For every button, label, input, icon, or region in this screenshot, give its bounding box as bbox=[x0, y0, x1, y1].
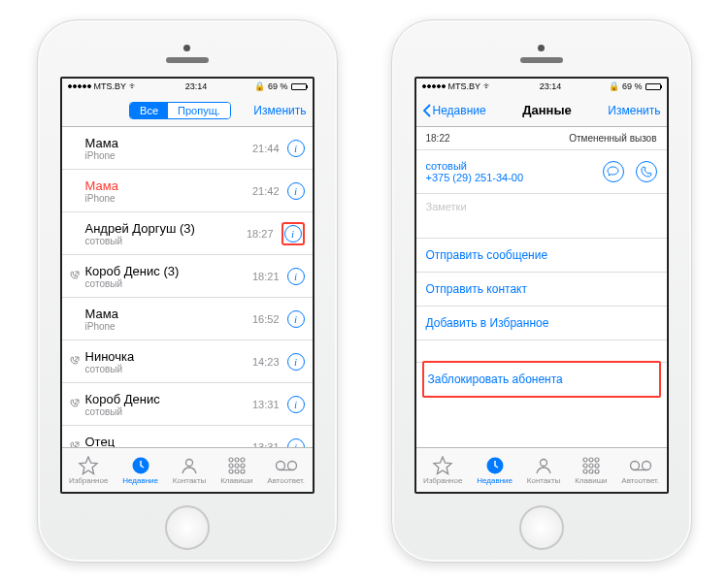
message-icon[interactable] bbox=[603, 161, 624, 182]
caller-subline: сотовый bbox=[85, 278, 252, 289]
tab-favorites[interactable]: Избранное bbox=[69, 456, 109, 485]
fav-icon bbox=[432, 456, 453, 475]
tab-recent[interactable]: Недавние bbox=[477, 456, 513, 485]
info-icon[interactable]: i bbox=[287, 140, 305, 157]
tab-voicemail[interactable]: Автоответ. bbox=[621, 456, 659, 485]
clock: 23:14 bbox=[540, 81, 562, 91]
chevron-left-icon bbox=[422, 104, 431, 117]
recent-icon bbox=[131, 456, 150, 475]
tab-contacts[interactable]: Контакты bbox=[173, 456, 207, 485]
info-icon[interactable]: i bbox=[287, 310, 305, 328]
call-row[interactable]: Отецрабочий13:31i bbox=[62, 426, 313, 447]
svg-point-3 bbox=[235, 458, 239, 462]
outgoing-call-icon bbox=[68, 271, 82, 281]
caller-name: Отец bbox=[85, 435, 252, 448]
lock-icon: 🔒 bbox=[254, 81, 265, 91]
call-timestamp-row: 18:22 Отмененный вызов bbox=[426, 133, 657, 144]
caller-subline: iPhone bbox=[85, 150, 252, 161]
carrier-label: MTS.BY bbox=[94, 81, 127, 91]
screen-right: MTS.BY ᯤ 23:14 🔒 69 % Недавние Данные Из… bbox=[414, 77, 669, 494]
info-icon[interactable]: i bbox=[287, 353, 305, 371]
clock: 23:14 bbox=[185, 81, 208, 91]
info-icon[interactable]: i bbox=[287, 438, 305, 448]
edit-button[interactable]: Изменить bbox=[253, 104, 306, 117]
svg-point-4 bbox=[241, 458, 245, 462]
block-section: Заблокировать абонента bbox=[416, 362, 667, 396]
info-icon[interactable]: i bbox=[287, 182, 305, 200]
phone-number-row[interactable]: сотовый +375 (29) 251-34-00 bbox=[426, 156, 657, 193]
recent-icon bbox=[485, 456, 505, 475]
svg-point-7 bbox=[241, 464, 245, 468]
svg-point-17 bbox=[589, 458, 593, 462]
tab-label: Контакты bbox=[527, 476, 561, 485]
home-button[interactable] bbox=[165, 505, 210, 550]
call-row[interactable]: Андрей Доргуш (3)сотовый18:27i bbox=[62, 212, 313, 255]
caller-name: Мама bbox=[85, 307, 252, 321]
tab-label: Недавние bbox=[477, 476, 513, 485]
call-time: 13:31 bbox=[252, 399, 280, 410]
carrier-label: MTS.BY bbox=[448, 81, 481, 91]
tab-keypad[interactable]: Клавиши bbox=[575, 456, 607, 485]
caller-name: Короб Денис (3) bbox=[85, 264, 252, 278]
battery-pct: 69 % bbox=[622, 81, 643, 91]
call-time: 16:52 bbox=[252, 313, 280, 325]
caller-subline: iPhone bbox=[85, 321, 252, 332]
call-row[interactable]: Короб Дениссотовый13:31i bbox=[62, 383, 313, 426]
segmented-control: Все Пропущ. bbox=[129, 102, 231, 119]
call-row[interactable]: МамаiPhone16:52i bbox=[62, 298, 313, 340]
tab-label: Автоответ. bbox=[267, 476, 305, 485]
caller-subline: сотовый bbox=[85, 406, 252, 417]
caller-subline: сотовый bbox=[85, 236, 247, 246]
status-bar: MTS.BY ᯤ 23:14 🔒 69 % bbox=[416, 79, 667, 94]
back-button[interactable]: Недавние bbox=[422, 104, 486, 117]
info-icon[interactable]: i bbox=[284, 225, 302, 242]
send-message-button[interactable]: Отправить сообщение bbox=[416, 239, 667, 273]
send-contact-button[interactable]: Отправить контакт bbox=[416, 273, 667, 307]
earpiece bbox=[520, 30, 563, 77]
call-row[interactable]: МамаiPhone21:44i bbox=[62, 127, 313, 170]
tab-label: Избранное bbox=[423, 476, 463, 485]
notes-field[interactable]: Заметки bbox=[426, 193, 657, 228]
info-icon[interactable]: i bbox=[287, 396, 305, 413]
contact-detail: 18:22 Отмененный вызов сотовый +375 (29)… bbox=[416, 127, 667, 447]
call-row[interactable]: Короб Денис (3)сотовый18:21i bbox=[62, 255, 313, 298]
segment-all[interactable]: Все bbox=[130, 103, 168, 118]
tab-keypad[interactable]: Клавиши bbox=[220, 456, 252, 485]
battery-icon bbox=[291, 83, 307, 90]
block-contact-button[interactable]: Заблокировать абонента bbox=[422, 361, 661, 398]
call-row[interactable]: Ниночкасотовый14:23i bbox=[62, 340, 313, 383]
svg-point-23 bbox=[589, 469, 593, 473]
segment-missed[interactable]: Пропущ. bbox=[168, 103, 230, 118]
iphone-right: MTS.BY ᯤ 23:14 🔒 69 % Недавние Данные Из… bbox=[391, 19, 692, 563]
call-time: 18:21 bbox=[252, 271, 280, 282]
fav-icon bbox=[78, 456, 99, 475]
call-row[interactable]: МамаiPhone21:42i bbox=[62, 170, 313, 212]
speaker-grill bbox=[520, 57, 563, 63]
battery-pct: 69 % bbox=[268, 81, 288, 91]
status-bar: MTS.BY ᯤ 23:14 🔒 69 % bbox=[62, 79, 313, 94]
front-camera bbox=[183, 45, 190, 51]
battery-icon bbox=[645, 83, 661, 90]
tab-label: Автоответ. bbox=[621, 476, 659, 485]
wifi-icon: ᯤ bbox=[129, 81, 138, 91]
tab-favorites[interactable]: Избранное bbox=[423, 456, 463, 485]
tab-contacts[interactable]: Контакты bbox=[527, 456, 561, 485]
tab-label: Контакты bbox=[173, 476, 207, 485]
add-favorite-button[interactable]: Добавить в Избранное bbox=[416, 307, 667, 340]
svg-point-16 bbox=[583, 458, 587, 462]
svg-point-8 bbox=[229, 469, 233, 473]
svg-point-6 bbox=[235, 464, 239, 468]
recent-calls-list[interactable]: МамаiPhone21:44iМамаiPhone21:42iАндрей Д… bbox=[62, 127, 313, 447]
tab-bar: ИзбранноеНедавниеКонтактыКлавишиАвтоотве… bbox=[416, 447, 667, 492]
tab-voicemail[interactable]: Автоответ. bbox=[267, 456, 305, 485]
nav-bar: Все Пропущ. Изменить bbox=[62, 94, 313, 127]
wifi-icon: ᯤ bbox=[483, 81, 492, 91]
edit-button[interactable]: Изменить bbox=[608, 104, 660, 117]
tab-label: Избранное bbox=[69, 476, 109, 485]
lock-icon: 🔒 bbox=[609, 81, 619, 91]
home-button[interactable] bbox=[519, 505, 564, 550]
call-icon[interactable] bbox=[636, 161, 657, 182]
tab-recent[interactable]: Недавние bbox=[122, 456, 158, 485]
svg-point-5 bbox=[229, 464, 233, 468]
info-icon[interactable]: i bbox=[287, 268, 305, 285]
